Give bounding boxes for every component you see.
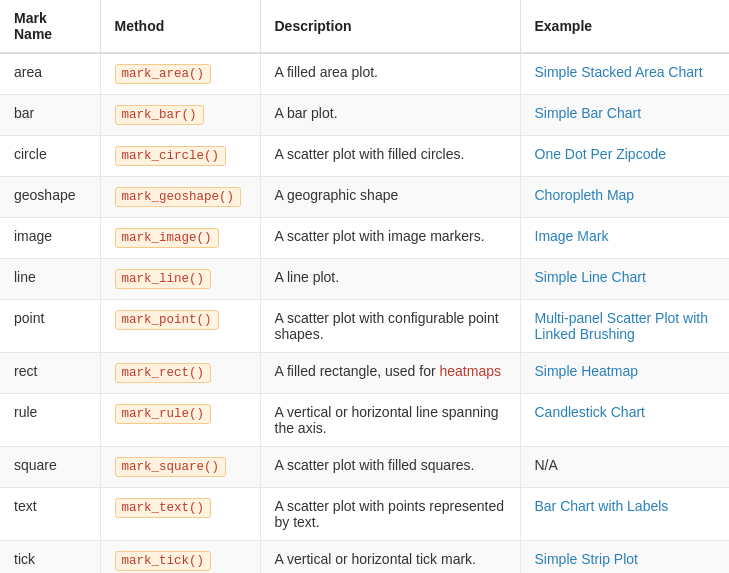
example-link[interactable]: Simple Heatmap [535, 363, 639, 379]
cell-example[interactable]: Simple Heatmap [520, 353, 729, 394]
table-row: areamark_area()A filled area plot.Simple… [0, 53, 729, 95]
example-link[interactable]: Candlestick Chart [535, 404, 646, 420]
cell-mark-name: line [0, 259, 100, 300]
example-link[interactable]: Simple Strip Plot [535, 551, 638, 567]
cell-description: A geographic shape [260, 177, 520, 218]
method-badge: mark_image() [115, 228, 219, 248]
description-highlight: heatmaps [440, 363, 501, 379]
header-example: Example [520, 0, 729, 53]
header-method: Method [100, 0, 260, 53]
method-badge: mark_area() [115, 64, 212, 84]
cell-example[interactable]: Simple Line Chart [520, 259, 729, 300]
method-badge: mark_geoshape() [115, 187, 242, 207]
table-row: linemark_line()A line plot.Simple Line C… [0, 259, 729, 300]
cell-description: A filled area plot. [260, 53, 520, 95]
cell-method: mark_tick() [100, 541, 260, 574]
table-row: imagemark_image()A scatter plot with ima… [0, 218, 729, 259]
cell-mark-name: bar [0, 95, 100, 136]
cell-description: A bar plot. [260, 95, 520, 136]
example-link[interactable]: Image Mark [535, 228, 609, 244]
cell-description: A scatter plot with filled squares. [260, 447, 520, 488]
table-header-row: Mark Name Method Description Example [0, 0, 729, 53]
marks-table: Mark Name Method Description Example are… [0, 0, 729, 573]
method-badge: mark_text() [115, 498, 212, 518]
example-link[interactable]: One Dot Per Zipcode [535, 146, 667, 162]
cell-mark-name: rect [0, 353, 100, 394]
cell-method: mark_text() [100, 488, 260, 541]
table-row: geoshapemark_geoshape()A geographic shap… [0, 177, 729, 218]
table-row: tickmark_tick()A vertical or horizontal … [0, 541, 729, 574]
example-link[interactable]: Multi-panel Scatter Plot with Linked Bru… [535, 310, 709, 342]
cell-method: mark_area() [100, 53, 260, 95]
cell-example[interactable]: One Dot Per Zipcode [520, 136, 729, 177]
cell-description: A line plot. [260, 259, 520, 300]
example-link[interactable]: Choropleth Map [535, 187, 635, 203]
example-link[interactable]: Simple Line Chart [535, 269, 646, 285]
cell-mark-name: tick [0, 541, 100, 574]
method-badge: mark_rect() [115, 363, 212, 383]
example-link[interactable]: Simple Bar Chart [535, 105, 642, 121]
table-row: textmark_text()A scatter plot with point… [0, 488, 729, 541]
table-row: squaremark_square()A scatter plot with f… [0, 447, 729, 488]
cell-example[interactable]: Bar Chart with Labels [520, 488, 729, 541]
cell-example[interactable]: Simple Bar Chart [520, 95, 729, 136]
cell-method: mark_rule() [100, 394, 260, 447]
cell-example[interactable]: Image Mark [520, 218, 729, 259]
cell-description: A filled rectangle, used for heatmaps [260, 353, 520, 394]
cell-mark-name: circle [0, 136, 100, 177]
cell-mark-name: geoshape [0, 177, 100, 218]
table-row: rectmark_rect()A filled rectangle, used … [0, 353, 729, 394]
table-row: rulemark_rule()A vertical or horizontal … [0, 394, 729, 447]
method-badge: mark_bar() [115, 105, 204, 125]
header-mark-name: Mark Name [0, 0, 100, 53]
cell-method: mark_point() [100, 300, 260, 353]
cell-description: A scatter plot with filled circles. [260, 136, 520, 177]
cell-example[interactable]: Candlestick Chart [520, 394, 729, 447]
table-row: pointmark_point()A scatter plot with con… [0, 300, 729, 353]
cell-mark-name: point [0, 300, 100, 353]
method-badge: mark_square() [115, 457, 227, 477]
method-badge: mark_tick() [115, 551, 212, 571]
cell-method: mark_rect() [100, 353, 260, 394]
cell-description: A vertical or horizontal tick mark. [260, 541, 520, 574]
method-badge: mark_circle() [115, 146, 227, 166]
example-link[interactable]: Bar Chart with Labels [535, 498, 669, 514]
header-description: Description [260, 0, 520, 53]
cell-method: mark_image() [100, 218, 260, 259]
cell-mark-name: area [0, 53, 100, 95]
cell-example[interactable]: Choropleth Map [520, 177, 729, 218]
method-badge: mark_point() [115, 310, 219, 330]
table-row: circlemark_circle()A scatter plot with f… [0, 136, 729, 177]
example-link[interactable]: Simple Stacked Area Chart [535, 64, 703, 80]
method-badge: mark_line() [115, 269, 212, 289]
cell-example[interactable]: Multi-panel Scatter Plot with Linked Bru… [520, 300, 729, 353]
cell-example: N/A [520, 447, 729, 488]
cell-method: mark_geoshape() [100, 177, 260, 218]
cell-method: mark_bar() [100, 95, 260, 136]
cell-description: A scatter plot with points represented b… [260, 488, 520, 541]
table-row: barmark_bar()A bar plot.Simple Bar Chart [0, 95, 729, 136]
cell-description: A scatter plot with configurable point s… [260, 300, 520, 353]
cell-mark-name: rule [0, 394, 100, 447]
cell-method: mark_line() [100, 259, 260, 300]
cell-method: mark_circle() [100, 136, 260, 177]
cell-description: A scatter plot with image markers. [260, 218, 520, 259]
cell-mark-name: image [0, 218, 100, 259]
cell-mark-name: text [0, 488, 100, 541]
cell-example[interactable]: Simple Strip Plot [520, 541, 729, 574]
cell-mark-name: square [0, 447, 100, 488]
cell-method: mark_square() [100, 447, 260, 488]
cell-description: A vertical or horizontal line spanning t… [260, 394, 520, 447]
method-badge: mark_rule() [115, 404, 212, 424]
cell-example[interactable]: Simple Stacked Area Chart [520, 53, 729, 95]
